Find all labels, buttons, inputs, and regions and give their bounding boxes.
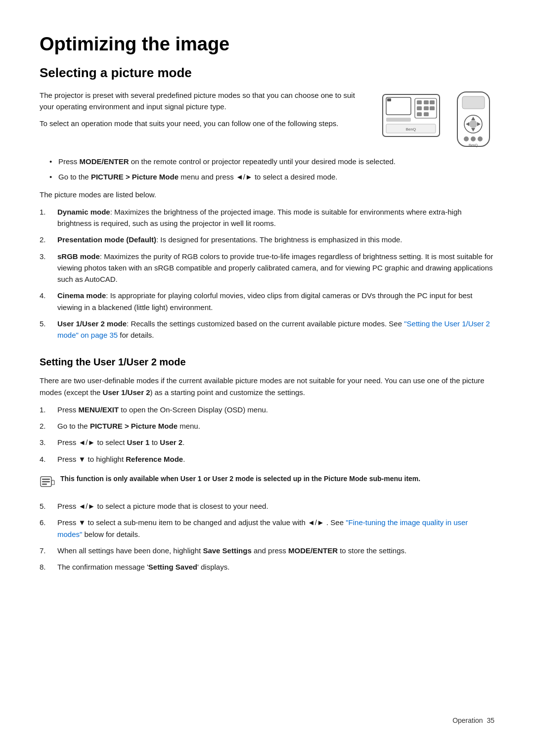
svg-marker-22 [477,122,481,126]
intro-para1: The projector is preset with several pre… [40,89,365,113]
step-item-6: 6. Press ▼ to select a sub-menu item to … [40,517,494,540]
svg-rect-4 [417,100,422,104]
note-icon [40,475,55,491]
bullet2-suffix2: to select a desired mode. [253,173,338,181]
remote-control-svg: BenQ [452,89,494,149]
mode-num-5: 5. [40,318,57,341]
intro-block: The projector is preset with several pre… [40,89,494,149]
modes-list: 1. Dynamic mode: Maximizes the brightnes… [40,206,494,341]
projector-panel-svg: BenQ [380,89,445,144]
bullet2-prefix: Go to the [58,173,91,181]
mode-num-3: 3. [40,251,57,285]
steps-list-1: 1. Press MENU/EXIT to open the On-Screen… [40,404,494,465]
list-intro: The picture modes are listed below. [40,189,494,200]
step-content-6: Press ▼ to select a sub-menu item to be … [57,517,494,540]
mode-num-2: 2. [40,234,57,245]
svg-text:BenQ: BenQ [469,143,478,147]
intro-text: The projector is preset with several pre… [40,89,365,134]
step-item-5: 5. Press ◄/► to select a picture mode th… [40,500,494,512]
step-content-5: Press ◄/► to select a picture mode that … [57,500,494,512]
note-text: This function is only available when Use… [60,474,494,485]
bullet1-prefix: Press [58,157,80,166]
mode-item-4: 4. Cinema mode: Is appropriate for playi… [40,290,494,313]
mode-item-3: 3. sRGB mode: Maximizes the purity of RG… [40,251,494,285]
bullet-item-1: Press MODE/ENTER on the remote control o… [49,156,494,167]
note-icon-svg [40,475,55,489]
bullet1-suffix: on the remote control or projector repea… [129,157,396,166]
section1-title: Selecting a picture mode [40,63,494,83]
step-item-2: 2. Go to the PICTURE > Picture Mode menu… [40,420,494,432]
mode-content-4: Cinema mode: Is appropriate for playing … [57,290,494,313]
step-num-4: 4. [40,453,57,465]
svg-point-24 [471,136,476,141]
svg-point-18 [469,120,477,128]
bullet-list: Press MODE/ENTER on the remote control o… [49,156,494,183]
mode-content-1: Dynamic mode: Maximizes the brightness o… [57,206,494,229]
svg-text:BenQ: BenQ [406,127,416,132]
step-content-8: The confirmation message 'Setting Saved'… [57,561,494,573]
svg-rect-28 [42,479,50,480]
svg-rect-12 [386,118,411,122]
step-item-3: 3. Press ◄/► to select User 1 to User 2. [40,437,494,448]
svg-rect-9 [430,106,435,110]
section2-intro: There are two user-definable modes if th… [40,375,494,398]
mode-content-3: sRGB mode: Maximizes the purity of RGB c… [57,251,494,285]
svg-rect-8 [424,106,429,110]
intro-para2: To select an operation mode that suits y… [40,118,365,129]
svg-marker-19 [471,117,475,120]
page-footer: Operation 35 [452,715,494,726]
bullet-item-2: Go to the PICTURE > Picture Mode menu an… [49,171,494,182]
step-num-6: 6. [40,517,57,540]
step-item-8: 8. The confirmation message 'Setting Sav… [40,561,494,573]
svg-marker-21 [466,122,469,126]
step-num-2: 2. [40,420,57,432]
step-num-5: 5. [40,500,57,512]
svg-rect-7 [417,106,422,110]
step-item-4: 4. Press ▼ to highlight Reference Mode. [40,453,494,465]
step-content-3: Press ◄/► to select User 1 to User 2. [57,437,494,448]
svg-rect-29 [42,481,50,483]
mode-content-5: User 1/User 2 mode: Recalls the settings… [57,318,494,341]
step-num-3: 3. [40,437,57,448]
bullet1-bold: MODE/ENTER [80,157,129,166]
svg-rect-10 [417,112,422,116]
svg-rect-2 [387,98,391,101]
step-content-7: When all settings have been done, highli… [57,545,494,556]
svg-rect-6 [430,100,435,104]
bullet2-suffix1: menu and press [178,173,236,181]
step-num-7: 7. [40,545,57,556]
page-title: Optimizing the image [40,30,494,59]
footer-label: Operation [452,716,483,724]
step-item-1: 1. Press MENU/EXIT to open the On-Screen… [40,404,494,415]
footer-page-num: 35 [487,716,494,724]
svg-rect-11 [424,112,429,116]
step-content-1: Press MENU/EXIT to open the On-Screen Di… [57,404,494,415]
step-num-1: 1. [40,404,57,415]
step-item-7: 7. When all settings have been done, hig… [40,545,494,556]
fine-tuning-link[interactable]: "Fine-tuning the image quality in user m… [57,518,468,538]
device-illustration: BenQ BenQ [380,89,494,149]
mode-item-5: 5. User 1/User 2 mode: Recalls the setti… [40,318,494,341]
user-mode-bold: User 1/User 2 [103,388,150,397]
svg-marker-20 [471,128,475,132]
step-num-8: 8. [40,561,57,573]
bullet2-bold: PICTURE > Picture Mode [91,173,178,181]
bullet2-arrow: ◄/► [236,173,253,181]
mode-item-1: 1. Dynamic mode: Maximizes the brightnes… [40,206,494,229]
mode-num-1: 1. [40,206,57,229]
step-content-2: Go to the PICTURE > Picture Mode menu. [57,420,494,432]
mode-num-4: 4. [40,290,57,313]
steps-list-2: 5. Press ◄/► to select a picture mode th… [40,500,494,573]
svg-point-25 [478,136,483,141]
section2-title: Setting the User 1/User 2 mode [40,355,494,370]
note-box: This function is only available when Use… [40,472,494,493]
svg-point-23 [464,136,469,141]
mode-item-2: 2. Presentation mode (Default): Is desig… [40,234,494,245]
svg-rect-16 [462,96,485,109]
svg-rect-30 [42,484,47,485]
svg-rect-5 [424,100,429,104]
mode-content-2: Presentation mode (Default): Is designed… [57,234,494,245]
step-content-4: Press ▼ to highlight Reference Mode. [57,453,494,465]
